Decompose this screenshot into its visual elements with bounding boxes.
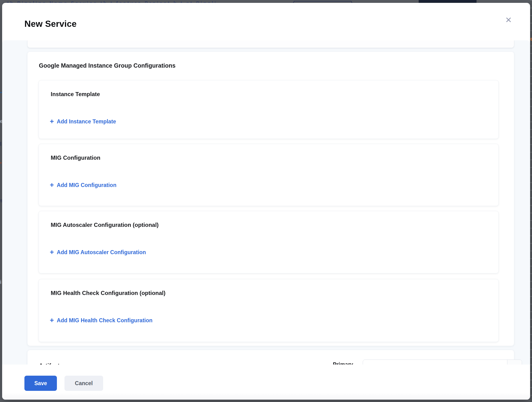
background-right-edge: e	[530, 0, 532, 402]
background-bottom-edge	[0, 400, 532, 402]
instance-template-card: Instance Template + Add Instance Templat…	[39, 80, 499, 139]
mig-configurations-section: Google Managed Instance Group Configurat…	[27, 52, 514, 346]
save-button[interactable]: Save	[25, 376, 57, 391]
screen: th Pipeline Name Service th t feature Pr…	[0, 0, 532, 402]
background-fragment: i	[0, 279, 2, 285]
dialog-footer: Save Cancel	[2, 364, 530, 400]
background-fragment	[0, 162, 2, 163]
background-fragment: e	[530, 36, 532, 42]
close-icon[interactable]: ✕	[502, 13, 515, 26]
cancel-button[interactable]: Cancel	[64, 376, 103, 391]
card-title: MIG Configuration	[51, 155, 100, 161]
card-title: Instance Template	[51, 91, 100, 97]
plus-icon: +	[50, 118, 54, 125]
background-left-edge: e l s i	[0, 0, 2, 402]
add-link-label: Add Instance Template	[57, 118, 116, 125]
add-mig-configuration-button[interactable]: + Add MIG Configuration	[50, 182, 116, 189]
new-service-dialog: New Service ✕ Google Managed Instance Gr…	[2, 3, 530, 400]
mig-configuration-card: MIG Configuration + Add MIG Configuratio…	[39, 144, 499, 206]
background-nav-text: th Pipeline Name Service th t feature Pr…	[7, 0, 221, 3]
dialog-title: New Service	[25, 19, 76, 29]
mig-autoscaler-card: MIG Autoscaler Configuration (optional) …	[39, 211, 499, 273]
background-fragment: l	[0, 141, 2, 147]
add-mig-autoscaler-button[interactable]: + Add MIG Autoscaler Configuration	[50, 249, 146, 256]
add-instance-template-button[interactable]: + Add Instance Template	[50, 118, 116, 125]
background-top-bar: th Pipeline Name Service th t feature Pr…	[0, 0, 532, 3]
background-fragment	[0, 92, 2, 93]
dialog-body[interactable]: Google Managed Instance Group Configurat…	[2, 40, 530, 400]
plus-icon: +	[50, 181, 54, 188]
plus-icon: +	[50, 248, 54, 256]
add-mig-health-check-button[interactable]: + Add MIG Health Check Configuration	[50, 317, 152, 324]
scrolled-card-bottom-edge	[27, 40, 514, 48]
pipeline-studio-tab: PIPELINE STUDIO	[290, 1, 356, 3]
add-link-label: Add MIG Configuration	[57, 182, 117, 188]
background-fragment: e	[0, 118, 2, 124]
add-link-label: Add MIG Autoscaler Configuration	[57, 249, 146, 256]
add-link-label: Add MIG Health Check Configuration	[57, 317, 153, 324]
mig-section-heading: Google Managed Instance Group Configurat…	[39, 62, 175, 69]
card-title: MIG Autoscaler Configuration (optional)	[51, 222, 158, 228]
background-fragment: s	[0, 197, 2, 204]
mig-health-check-card: MIG Health Check Configuration (optional…	[39, 279, 499, 342]
plus-icon: +	[50, 317, 54, 324]
card-title: MIG Health Check Configuration (optional…	[51, 290, 165, 296]
background-button	[419, 0, 476, 3]
